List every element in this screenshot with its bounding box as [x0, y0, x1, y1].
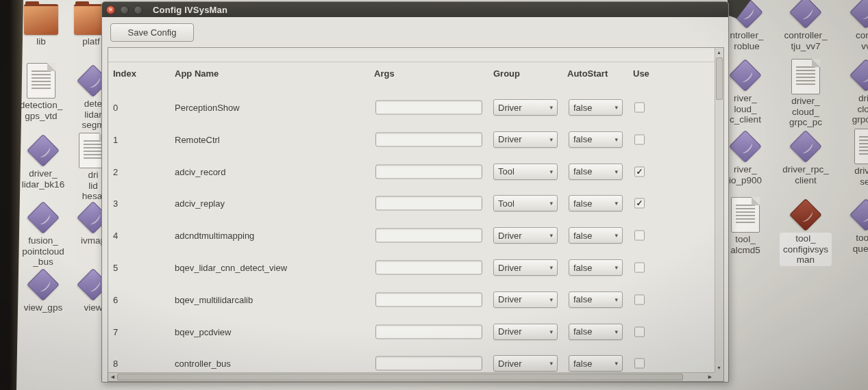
scroll-up-arrow-icon[interactable]: ▲ [715, 48, 723, 57]
app-name-label: adciv_record [175, 166, 225, 177]
group-dropdown[interactable]: Driver▾ [493, 259, 558, 276]
desktop-icon-controller-tju-vv7[interactable]: controller_tju_vv7 [773, 0, 839, 51]
args-input[interactable] [375, 324, 482, 339]
vertical-scrollbar-thumb[interactable] [716, 57, 723, 100]
chevron-down-icon: ▾ [549, 328, 553, 335]
icon-label: view [84, 302, 102, 313]
app-diamond-icon [789, 0, 822, 29]
autostart-dropdown[interactable]: false▾ [569, 324, 623, 340]
chevron-down-icon: ▾ [549, 232, 553, 239]
desktop-icon-controller-vv[interactable]: contrvv [833, 0, 868, 51]
app-name-label: bqev_multilidarcalib [175, 294, 253, 304]
chevron-down-icon: ▾ [549, 200, 553, 207]
group-dropdown[interactable]: Driver▾ [493, 324, 558, 340]
chevron-down-icon: ▾ [549, 264, 553, 271]
window-titlebar[interactable]: Config IVSysMan [102, 2, 728, 17]
use-checkbox[interactable] [634, 134, 645, 144]
chevron-down-icon: ▾ [615, 168, 618, 175]
window-minimize-icon[interactable] [120, 5, 129, 14]
save-config-button[interactable]: Save Config [110, 23, 194, 42]
autostart-dropdown[interactable]: false▾ [569, 131, 623, 148]
group-dropdown[interactable]: Driver▾ [493, 291, 558, 308]
app-diamond-icon [729, 59, 762, 92]
app-name-label: bqev_lidar_cnn_detect_view [175, 263, 287, 273]
diamond-shape [729, 59, 762, 92]
document-icon [27, 63, 55, 99]
use-checkbox[interactable] [634, 326, 645, 337]
desktop-icon-driver-cloud-grpc-s[interactable]: drivclougrpc_s [833, 59, 868, 125]
scrollbar-corner [715, 372, 723, 381]
table-row: 2adciv_recordTool▾false▾✓ [108, 156, 715, 187]
desktop-icon-tool-queryr[interactable]: tool_queryr [833, 198, 868, 254]
autostart-value: false [573, 166, 592, 177]
group-dropdown[interactable]: Driver▾ [493, 355, 558, 372]
row-index: 7 [113, 326, 118, 337]
autostart-dropdown[interactable]: false▾ [569, 355, 623, 372]
group-dropdown[interactable]: Driver▾ [493, 227, 558, 244]
table-row: 7bqev_pcdviewDriver▾false▾ [108, 316, 715, 348]
use-checkbox[interactable] [634, 294, 645, 304]
table-row: 4adcndtmultimappingDriver▾false▾ [108, 220, 715, 251]
args-input[interactable] [375, 261, 482, 275]
group-value: Driver [498, 134, 522, 144]
group-value: Driver [498, 231, 522, 241]
args-input[interactable] [375, 292, 482, 307]
use-checkbox[interactable] [634, 263, 645, 273]
use-checkbox[interactable] [634, 231, 645, 241]
app-diamond-icon [27, 134, 60, 167]
icon-label: tool_queryr [853, 233, 868, 254]
use-checkbox[interactable] [634, 103, 645, 113]
autostart-dropdown[interactable]: false▾ [569, 164, 623, 180]
icon-label: fusion_pointcloud_bus [22, 235, 64, 268]
app-diamond-icon [850, 0, 868, 29]
args-input[interactable] [375, 132, 482, 146]
horizontal-scrollbar-thumb[interactable] [117, 374, 683, 380]
horizontal-scrollbar[interactable] [108, 372, 715, 381]
group-dropdown[interactable]: Driver▾ [493, 131, 558, 148]
group-dropdown[interactable]: Tool▾ [493, 164, 558, 180]
autostart-dropdown[interactable]: false▾ [569, 195, 623, 211]
autostart-dropdown[interactable]: false▾ [569, 259, 623, 276]
table-top-divider [108, 62, 715, 62]
diamond-shape [27, 134, 60, 167]
args-input[interactable] [375, 101, 482, 115]
icon-label: tool_alcmd5 [730, 234, 760, 255]
desktop-icon-driver-cloud-grpc-pc[interactable]: driver_cloud_grpc_pc [773, 59, 839, 128]
scroll-right-arrow-icon[interactable]: ▶ [706, 372, 715, 381]
use-checkbox[interactable]: ✓ [634, 198, 645, 209]
args-input[interactable] [375, 196, 482, 211]
chevron-down-icon: ▾ [549, 104, 553, 111]
group-dropdown[interactable]: Driver▾ [493, 99, 558, 116]
args-input[interactable] [375, 164, 482, 179]
autostart-value: false [573, 198, 592, 209]
icon-label: controller_tju_vv7 [784, 30, 827, 51]
app-name-label: adcndtmultimapping [175, 231, 254, 241]
scroll-down-arrow-icon[interactable]: ▼ [715, 363, 723, 372]
group-dropdown[interactable]: Tool▾ [493, 195, 558, 211]
window-close-icon[interactable] [106, 5, 115, 14]
autostart-dropdown[interactable]: false▾ [569, 99, 623, 116]
autostart-dropdown[interactable]: false▾ [569, 227, 623, 244]
diamond-shape [850, 59, 868, 92]
autostart-value: false [573, 103, 592, 113]
document-icon [791, 59, 820, 94]
desktop-icon-tool-configivsysman[interactable]: tool_configivsysman [773, 198, 839, 266]
scroll-left-arrow-icon[interactable]: ◀ [108, 372, 117, 381]
args-input[interactable] [375, 229, 482, 243]
autostart-dropdown[interactable]: false▾ [569, 291, 623, 308]
window-maximize-icon[interactable] [134, 5, 142, 14]
icon-label: contrvv [856, 30, 868, 51]
desktop-icon-driver-server[interactable]: driver_serv [836, 129, 868, 187]
vertical-scrollbar[interactable] [715, 48, 723, 372]
chevron-down-icon: ▾ [615, 104, 618, 111]
autostart-value: false [573, 231, 592, 241]
icon-label: lib [36, 36, 46, 47]
use-checkbox[interactable]: ✓ [634, 166, 645, 177]
document-icon [854, 129, 868, 164]
chevron-down-icon: ▾ [549, 168, 553, 175]
diamond-shape [850, 0, 868, 29]
row-index: 3 [113, 198, 118, 209]
args-input[interactable] [375, 356, 482, 371]
desktop-icon-driver-rpc-client[interactable]: driver_rpc_client [773, 130, 839, 185]
use-checkbox[interactable] [634, 359, 645, 369]
